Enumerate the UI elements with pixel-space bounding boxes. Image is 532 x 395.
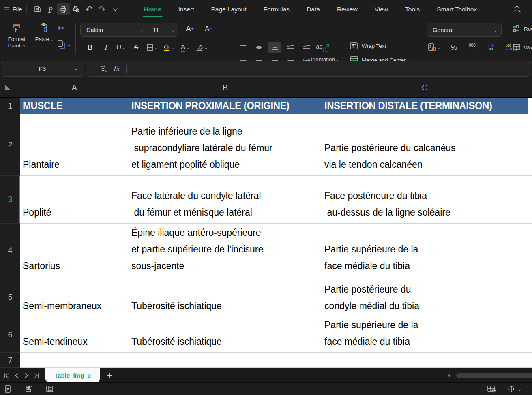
scroll-thumb[interactable] — [456, 373, 532, 378]
menu-tab-review[interactable]: Review — [328, 0, 366, 18]
print-preview-button[interactable] — [70, 3, 83, 15]
menu-tab-formulas[interactable]: Formulas — [255, 0, 298, 18]
worksheet-button[interactable]: Wor — [513, 43, 532, 51]
row-header-4[interactable]: 4 — [0, 224, 20, 277]
row-header-1[interactable]: 1 — [0, 98, 20, 114]
cut-button[interactable]: ✂ — [58, 23, 65, 34]
rows-columns-button[interactable]: Row — [513, 25, 532, 33]
cell-B4[interactable]: Épine iliaque antéro-supérieure et parti… — [129, 224, 322, 277]
redo-button[interactable]: ↷ — [96, 3, 109, 15]
cell-B6[interactable]: Tubérosité ischiatique — [129, 317, 322, 353]
cell-C7[interactable] — [322, 353, 528, 368]
accounting-style-button[interactable]: ⌄ — [427, 42, 442, 53]
row-header-3[interactable]: 3 — [0, 176, 20, 224]
cell-C6[interactable]: Partie supérieure de la face médiale du … — [322, 317, 528, 353]
cell-D4-sliver[interactable] — [528, 224, 532, 277]
column-header-A[interactable]: A — [20, 78, 129, 97]
align-middle-button[interactable] — [253, 42, 266, 53]
cell-D5-sliver[interactable] — [528, 277, 532, 317]
cell-C3[interactable]: Face postérieure du tibia au-dessus de l… — [322, 176, 528, 224]
row-header-6[interactable]: 6 — [0, 317, 20, 353]
decrease-indent-button[interactable] — [284, 42, 297, 53]
copy-button[interactable]: ⌄ — [56, 39, 71, 50]
fx-icon[interactable]: fx — [113, 65, 120, 73]
cell-A1[interactable]: MUSCLE — [20, 98, 129, 114]
scroll-left-icon[interactable] — [448, 374, 450, 378]
cell-A4[interactable]: Sartorius — [20, 224, 129, 277]
file-menu[interactable]: ☰ File — [4, 6, 22, 13]
outline-pane-icon[interactable] — [45, 385, 54, 393]
comma-style-button[interactable]: 000 , — [466, 42, 478, 53]
font-family-select[interactable]: Calibri ⌄ — [81, 27, 148, 33]
italic-button[interactable]: I — [99, 42, 112, 53]
last-sheet-icon[interactable] — [33, 373, 40, 378]
name-box[interactable]: F3 ⌄ — [1, 61, 84, 77]
menu-tab-data[interactable]: Data — [298, 0, 328, 18]
save-button[interactable] — [31, 3, 44, 15]
macro-vb-icon[interactable]: VB — [24, 385, 34, 393]
font-size-select[interactable]: 11 ⌄ — [148, 27, 178, 33]
cell-A5[interactable]: Semi-membraneux — [20, 277, 129, 317]
select-all-corner[interactable] — [0, 78, 20, 97]
cell-A7[interactable] — [20, 353, 129, 368]
column-header-B[interactable]: B — [129, 78, 322, 97]
cell-D7-sliver[interactable] — [528, 353, 532, 368]
previous-sheet-icon[interactable] — [14, 373, 19, 378]
column-header-D-sliver[interactable] — [528, 78, 532, 97]
print-button[interactable] — [57, 3, 70, 15]
cell-B5[interactable]: Tubérosité ischiatique — [129, 277, 322, 317]
increase-indent-button[interactable] — [300, 42, 313, 53]
format-painter-button[interactable]: Format Painter — [4, 22, 29, 49]
menu-tab-insert[interactable]: Insert — [170, 0, 203, 18]
cell-B7[interactable] — [129, 353, 322, 368]
formula-search-icon[interactable] — [99, 65, 107, 73]
align-bottom-button[interactable] — [268, 42, 281, 53]
cell-C5[interactable]: Partie postérieure du condyle médial du … — [322, 277, 528, 317]
borders-button[interactable]: ⌄ — [145, 42, 159, 53]
cell-D1-sliver[interactable] — [528, 98, 532, 114]
cell-B1[interactable]: INSERTION PROXIMALE (ORIGINE) — [129, 98, 322, 114]
backup-center-icon[interactable] — [4, 385, 13, 393]
decrease-font-size-button[interactable]: A− — [202, 23, 215, 34]
paste-button[interactable]: Paste⌄ — [32, 22, 56, 43]
cell-D3-sliver[interactable] — [528, 176, 532, 224]
bold-button[interactable]: B — [84, 42, 97, 53]
cell-C1[interactable]: INSERTION DISTALE (TERMINAISON) — [322, 98, 528, 114]
table-tools-icon[interactable] — [487, 385, 497, 393]
cell-C2[interactable]: Partie postérieure du calcanéus via le t… — [322, 114, 528, 176]
search-button[interactable] — [511, 3, 524, 15]
percent-style-button[interactable]: % — [447, 42, 460, 53]
decrease-decimal-button[interactable]: ←.0 .00 — [484, 42, 497, 53]
clear-format-button[interactable]: ⌄ — [194, 42, 209, 53]
cell-A6[interactable]: Semi-tendineux — [20, 317, 129, 353]
pan-mode-button[interactable]: ⌄ — [507, 385, 521, 393]
increase-font-size-button[interactable]: A+ — [183, 23, 196, 34]
number-format-select[interactable]: General ⌄ — [427, 23, 502, 37]
undo-button[interactable]: ↶ — [83, 3, 96, 15]
font-color-button[interactable]: A ⌄ — [179, 42, 192, 53]
menu-tab-page-layout[interactable]: Page Layout — [202, 0, 255, 18]
menu-tab-view[interactable]: View — [366, 0, 397, 18]
row-header-2[interactable]: 2 — [0, 114, 20, 176]
fill-color-button[interactable]: ⌄ — [161, 42, 176, 53]
first-sheet-icon[interactable] — [3, 373, 10, 378]
align-top-button[interactable] — [237, 42, 250, 53]
cell-D6-sliver[interactable] — [528, 317, 532, 353]
menu-tab-home[interactable]: Home — [135, 0, 170, 18]
underline-button[interactable]: U⌄ — [114, 42, 127, 53]
menu-tab-smart-toolbox[interactable]: Smart Toolbox — [428, 0, 485, 18]
row-header-7[interactable]: 7 — [0, 353, 20, 368]
sheet-tab[interactable]: Table_img_0 — [45, 368, 100, 382]
menu-tab-tools[interactable]: Tools — [397, 0, 428, 18]
cell-B3[interactable]: Face latérale du condyle latéral du fému… — [129, 176, 322, 224]
orientation-button[interactable]: ab — [314, 41, 330, 54]
wrap-text-button[interactable]: Wrap Text — [350, 42, 386, 50]
customize-quick-access-button[interactable] — [109, 3, 122, 15]
cell-D2-sliver[interactable] — [528, 114, 532, 176]
cell-B2[interactable]: Partie inférieure de la ligne supracondy… — [129, 114, 322, 176]
column-header-C[interactable]: C — [322, 78, 528, 97]
add-sheet-button[interactable]: + — [107, 371, 112, 380]
cell-C4[interactable]: Partie supérieure de la face médiale du … — [322, 224, 528, 277]
strikethrough-button[interactable]: A — [130, 42, 143, 53]
next-sheet-icon[interactable] — [24, 373, 29, 378]
